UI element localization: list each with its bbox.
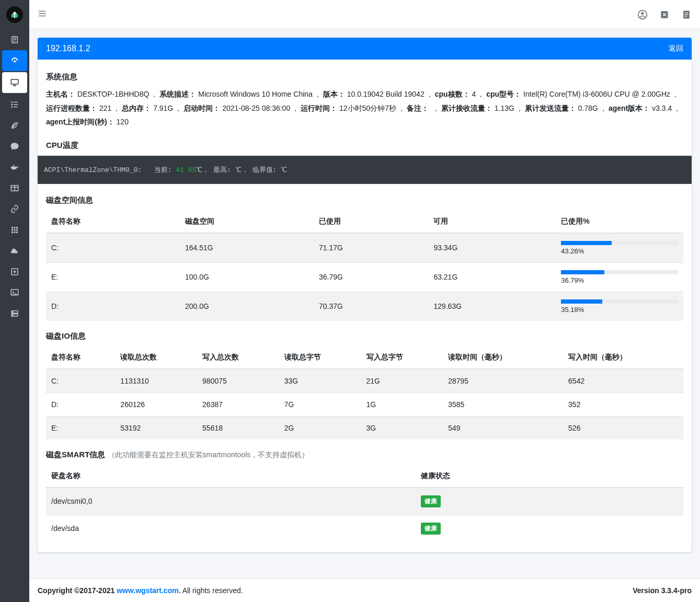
- cpu-temp-terminal: ACPI\ThermalZone\THM0_0: 当前: 41.85℃， 最高:…: [38, 156, 692, 184]
- nav-plus-icon[interactable]: [0, 261, 29, 282]
- svg-rect-25: [14, 229, 16, 231]
- cell-name: /dev/sda: [46, 515, 416, 542]
- th-ds-avail: 可用: [428, 211, 556, 233]
- cell-used: 71.17G: [314, 233, 428, 263]
- cell-name: E:: [46, 262, 180, 292]
- nav-table-icon[interactable]: [0, 178, 29, 199]
- status-badge: 健康: [421, 523, 441, 535]
- nav-grid-icon[interactable]: [0, 219, 29, 240]
- nav-server-icon[interactable]: [0, 303, 29, 324]
- svg-point-8: [12, 102, 13, 103]
- svg-point-43: [641, 12, 644, 15]
- footer: Copyright ©2017-2021 www.wgstart.com. Al…: [29, 578, 700, 602]
- cell-name: C:: [46, 369, 115, 393]
- cell-wbytes: 1G: [361, 392, 443, 416]
- th-io-wbytes: 写入总字节: [361, 346, 443, 369]
- th-ds-used: 已使用: [314, 211, 428, 233]
- cell-total: 100.0G: [180, 262, 314, 292]
- disk-space-table: 盘符名称 磁盘空间 已使用 可用 已使用% C:164.51G71.17G93.…: [46, 211, 683, 321]
- cell-pct: 36.79%: [556, 262, 683, 292]
- cell-rbytes: 33G: [279, 369, 361, 393]
- nav-list-icon[interactable]: [0, 94, 29, 115]
- section-sysinfo-title: 系统信息: [46, 72, 683, 82]
- table-row: /dev/sda健康: [46, 515, 683, 542]
- section-cputemp-title: CPU温度: [46, 141, 683, 150]
- user-icon[interactable]: [637, 9, 648, 20]
- svg-rect-5: [11, 79, 18, 84]
- nav-article-icon[interactable]: [0, 29, 29, 50]
- smart-note: （此功能需要在监控主机安装smartmontools，不支持虚拟机）: [108, 450, 309, 459]
- cell-wbytes: 21G: [361, 369, 443, 393]
- footer-rights: All rights reserved.: [181, 586, 243, 595]
- back-link[interactable]: 返回: [669, 44, 683, 53]
- topbar: [29, 0, 700, 29]
- cell-total: 200.0G: [180, 292, 314, 321]
- nav-docker-icon[interactable]: [0, 157, 29, 178]
- temp-now-unit: ℃，: [196, 166, 209, 174]
- svg-rect-22: [14, 227, 16, 228]
- svg-rect-23: [16, 227, 18, 228]
- th-ds-name: 盘符名称: [46, 211, 180, 233]
- sysinfo-block: 主机名： DESKTOP-1BHHD8Q，系统描述： Microsoft Win…: [46, 87, 683, 129]
- nav-chat-icon[interactable]: [0, 136, 29, 157]
- cell-name: C:: [46, 233, 180, 263]
- logo[interactable]: [0, 0, 29, 29]
- th-io-writes: 写入总次数: [197, 346, 279, 369]
- svg-point-37: [13, 311, 14, 312]
- doc-icon[interactable]: [681, 9, 692, 20]
- cell-wms: 352: [563, 392, 683, 416]
- nav-link-icon[interactable]: [0, 199, 29, 219]
- cell-name: D:: [46, 292, 180, 321]
- cell-used: 36.79G: [314, 262, 428, 292]
- cell-reads: 260126: [115, 392, 197, 416]
- footer-copy: Copyright ©2017-2021: [38, 586, 117, 595]
- svg-point-10: [12, 104, 13, 105]
- smart-table: 硬盘名称 健康状态 /dev/csmi0,0健康/dev/sda健康: [46, 465, 683, 542]
- cell-reads: 1131310: [115, 369, 197, 393]
- cell-writes: 26387: [197, 392, 279, 416]
- cell-writes: 55618: [197, 416, 279, 439]
- th-smart-name: 硬盘名称: [46, 465, 416, 488]
- nav-terminal-icon[interactable]: [0, 282, 29, 303]
- cell-name: /dev/csmi0,0: [46, 488, 416, 515]
- svg-rect-21: [12, 227, 13, 228]
- nav-leaf-icon[interactable]: [0, 115, 29, 136]
- ip-title: 192.168.1.2: [46, 44, 90, 53]
- nav-dashboard-icon[interactable]: [2, 50, 27, 71]
- cell-pct: 35.18%: [556, 292, 683, 321]
- footer-site-link[interactable]: www.wgstart.com.: [117, 586, 180, 595]
- section-diskio-title: 磁盘IO信息: [46, 331, 683, 341]
- th-io-wms: 写入时间（毫秒）: [563, 346, 683, 369]
- cell-total: 164.51G: [180, 233, 314, 263]
- cell-writes: 980075: [197, 369, 279, 393]
- temp-crit-label: 临界值:: [253, 166, 277, 174]
- svg-rect-17: [13, 165, 14, 166]
- close-icon[interactable]: [659, 9, 670, 20]
- cell-status: 健康: [416, 488, 683, 515]
- section-diskspace-title: 磁盘空间信息: [46, 195, 683, 205]
- hamburger-icon[interactable]: [38, 9, 47, 20]
- cell-pct: 43.26%: [556, 233, 683, 263]
- svg-point-38: [13, 315, 14, 316]
- main-card: 192.168.1.2 返回 系统信息 主机名： DESKTOP-1BHHD8Q…: [38, 38, 692, 552]
- temp-max-label: 最高:: [213, 166, 231, 174]
- cell-name: D:: [46, 392, 115, 416]
- nav-cloud-icon[interactable]: [0, 240, 29, 261]
- th-ds-pct: 已使用%: [556, 211, 683, 233]
- table-row: E:53192556182G3G549526: [46, 416, 683, 439]
- th-ds-total: 磁盘空间: [180, 211, 314, 233]
- th-io-name: 盘符名称: [46, 346, 115, 369]
- status-badge: 健康: [421, 495, 441, 507]
- footer-version: 3.3.4-pro: [661, 586, 692, 595]
- svg-rect-27: [12, 231, 13, 233]
- svg-rect-29: [16, 231, 18, 233]
- cell-name: E:: [46, 416, 115, 439]
- nav-monitor-icon[interactable]: [2, 72, 27, 93]
- cell-wms: 526: [563, 416, 683, 439]
- th-smart-status: 健康状态: [416, 465, 683, 488]
- cell-avail: 93.34G: [428, 233, 556, 263]
- cell-avail: 129.63G: [428, 292, 556, 321]
- temp-now-label: 当前:: [154, 166, 172, 174]
- sidebar: [0, 0, 29, 602]
- card-header: 192.168.1.2 返回: [38, 38, 692, 60]
